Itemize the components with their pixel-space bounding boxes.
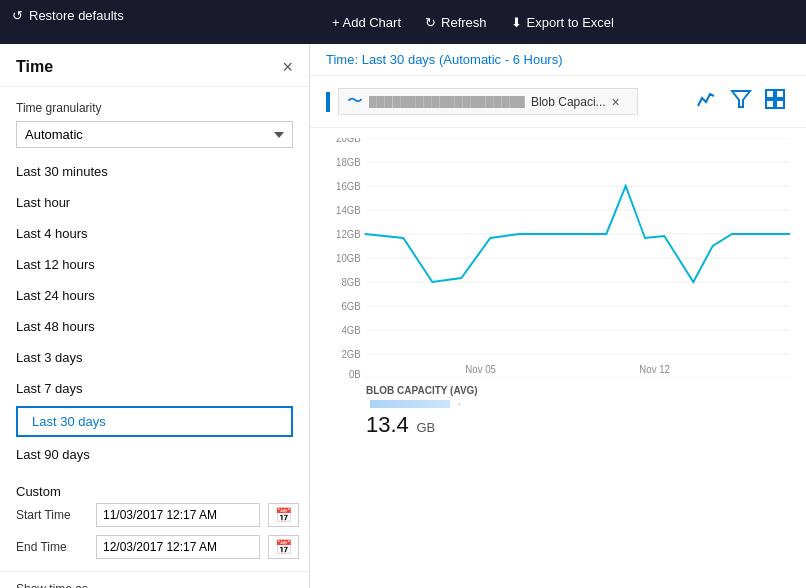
split-button[interactable] xyxy=(760,84,790,119)
blob-sparkline xyxy=(370,400,450,408)
time-option-6[interactable]: Last 3 days xyxy=(0,342,309,373)
chart-type-icon xyxy=(696,88,718,110)
time-range: Last 30 days (Automatic - 6 Hours) xyxy=(362,52,563,67)
time-option-4[interactable]: Last 24 hours xyxy=(0,280,309,311)
chart-icon-buttons xyxy=(692,84,790,119)
chart-legend-row: 〜 ████████████████████ Blob Capaci... × xyxy=(310,76,806,128)
export-label: Export to Excel xyxy=(527,15,614,30)
svg-text:12GB: 12GB xyxy=(336,229,361,240)
time-options-list: Last 30 minutesLast hourLast 4 hoursLast… xyxy=(0,156,309,470)
time-option-2[interactable]: Last 4 hours xyxy=(0,218,309,249)
refresh-label: Refresh xyxy=(441,15,487,30)
svg-rect-2 xyxy=(776,90,784,98)
granularity-section: Time granularity Automatic xyxy=(0,87,309,148)
start-time-label: Start Time xyxy=(16,508,88,522)
end-time-row: End Time 📅 xyxy=(16,535,293,559)
filter-button[interactable] xyxy=(726,84,756,119)
svg-text:18GB: 18GB xyxy=(336,157,361,168)
add-chart-label: + Add Chart xyxy=(332,15,401,30)
granularity-select[interactable]: Automatic xyxy=(16,121,293,148)
time-option-0[interactable]: Last 30 minutes xyxy=(0,156,309,187)
legend-item: 〜 ████████████████████ Blob Capaci... × xyxy=(338,88,638,115)
blob-unit: GB xyxy=(416,420,435,435)
chart-type-button[interactable] xyxy=(692,84,722,119)
custom-label: Custom xyxy=(16,478,293,503)
sidebar: Time × Time granularity Automatic Last 3… xyxy=(0,44,310,588)
svg-text:8GB: 8GB xyxy=(341,277,361,288)
chart-area: Time: Last 30 days (Automatic - 6 Hours)… xyxy=(310,44,806,588)
restore-icon: ↺ xyxy=(12,8,23,23)
start-time-row: Start Time 📅 xyxy=(16,503,293,527)
sidebar-title: Time xyxy=(16,58,53,76)
legend-close-button[interactable]: × xyxy=(612,94,620,110)
svg-text:16GB: 16GB xyxy=(336,181,361,192)
end-time-calendar-button[interactable]: 📅 xyxy=(268,535,299,559)
legend-label: ████████████████████ xyxy=(369,96,525,108)
svg-rect-4 xyxy=(776,100,784,108)
svg-text:Nov 12: Nov 12 xyxy=(639,364,670,375)
filter-icon xyxy=(730,88,752,110)
add-chart-button[interactable]: + Add Chart xyxy=(322,9,411,36)
svg-rect-3 xyxy=(766,100,774,108)
chart-body: 20GB 18GB 16GB 14GB 12GB 10GB 8GB 6GB 4G… xyxy=(310,128,806,588)
export-icon: ⬇ xyxy=(511,15,522,30)
show-time-label: Show time as xyxy=(16,582,293,588)
time-option-3[interactable]: Last 12 hours xyxy=(0,249,309,280)
svg-text:Nov 05: Nov 05 xyxy=(465,364,496,375)
time-option-7[interactable]: Last 7 days xyxy=(0,373,309,404)
time-option-5[interactable]: Last 48 hours xyxy=(0,311,309,342)
restore-defaults-label: Restore defaults xyxy=(29,8,124,23)
time-label: Time: xyxy=(326,52,358,67)
export-button[interactable]: ⬇ Export to Excel xyxy=(501,9,624,36)
svg-text:4GB: 4GB xyxy=(341,325,361,336)
svg-text:2GB: 2GB xyxy=(341,349,361,360)
end-time-input[interactable] xyxy=(96,535,260,559)
svg-marker-0 xyxy=(732,91,750,107)
time-option-9[interactable]: Last 90 days xyxy=(0,439,309,470)
restore-defaults-button[interactable]: ↺ Restore defaults xyxy=(12,8,124,23)
blob-avg-label: BLOB CAPACITY (AVG) xyxy=(366,385,750,396)
granularity-label: Time granularity xyxy=(16,101,293,115)
blob-info: BLOB CAPACITY (AVG) · 13.4 GB xyxy=(326,381,790,438)
svg-text:14GB: 14GB xyxy=(336,205,361,216)
sidebar-close-button[interactable]: × xyxy=(282,58,293,76)
refresh-button[interactable]: ↻ Refresh xyxy=(415,9,497,36)
line-chart: 20GB 18GB 16GB 14GB 12GB 10GB 8GB 6GB 4G… xyxy=(326,138,790,378)
end-time-label: End Time xyxy=(16,540,88,554)
legend-line-icon: 〜 xyxy=(347,91,363,112)
sidebar-header: Time × xyxy=(0,44,309,87)
time-option-1[interactable]: Last hour xyxy=(0,187,309,218)
legend-color-bar xyxy=(326,92,330,112)
svg-text:6GB: 6GB xyxy=(341,301,361,312)
blob-value: 13.4 xyxy=(366,412,409,437)
blob-sparkline-dots: · xyxy=(458,398,461,410)
custom-section: Custom Start Time 📅 End Time 📅 xyxy=(0,470,309,567)
start-time-input[interactable] xyxy=(96,503,260,527)
svg-rect-1 xyxy=(766,90,774,98)
refresh-icon: ↻ xyxy=(425,15,436,30)
chart-toolbar: Time: Last 30 days (Automatic - 6 Hours) xyxy=(310,44,806,76)
svg-text:20GB: 20GB xyxy=(336,138,361,144)
show-time-section: Show time as UTC/GMT Local time xyxy=(0,571,309,588)
time-option-8[interactable]: Last 30 days xyxy=(16,406,293,437)
start-time-calendar-button[interactable]: 📅 xyxy=(268,503,299,527)
split-icon xyxy=(764,88,786,110)
svg-text:0B: 0B xyxy=(349,369,361,378)
legend-name: Blob Capaci... xyxy=(531,95,606,109)
svg-text:10GB: 10GB xyxy=(336,253,361,264)
